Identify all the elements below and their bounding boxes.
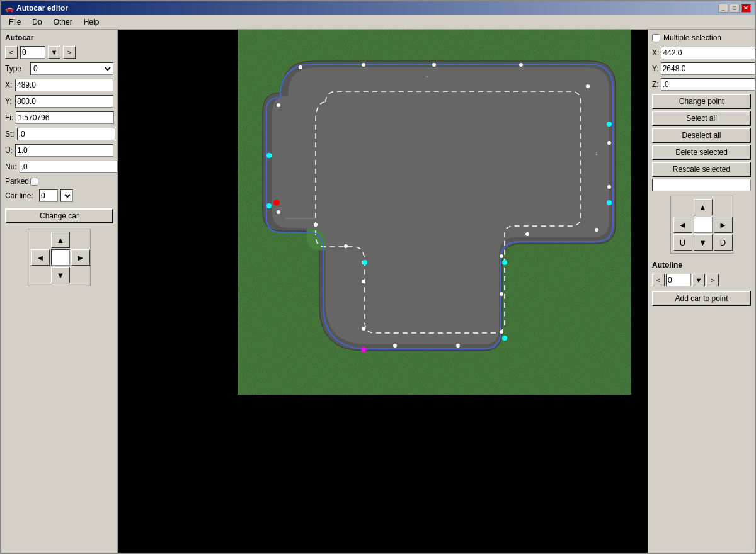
right-z-label: Z: [652,80,659,89]
svg-point-13 [393,344,397,348]
rescale-input[interactable] [652,179,751,191]
right-x-row: X: [652,47,751,59]
right-y-input[interactable] [661,62,755,75]
black-bottom-strip [238,395,631,553]
title-bar: 🚗 Autocar editor _ □ ✕ [1,1,755,15]
pad-empty-tl [31,232,50,248]
menu-help[interactable]: Help [79,16,105,28]
right-x-label: X: [652,48,659,57]
svg-point-32 [273,200,280,206]
svg-point-22 [299,65,302,69]
autocar-nav-row: < ▼ > [5,46,113,59]
type-select[interactable]: 0 [30,62,113,75]
autoline-row: < ▼ > [652,274,751,286]
maximize-button[interactable]: □ [730,4,740,13]
pad-up-button[interactable]: ▲ [51,232,70,248]
title-bar-left: 🚗 Autocar editor [5,4,68,13]
title-bar-buttons: _ □ ✕ [718,4,751,13]
svg-point-25 [607,122,612,127]
change-car-button[interactable]: Change car [5,208,113,223]
autocar-next-button[interactable]: > [63,46,76,59]
change-point-button[interactable]: Change point [652,94,751,109]
pad-empty-tr [71,232,90,248]
svg-point-21 [277,103,280,107]
svg-point-31 [266,203,272,208]
svg-point-23 [362,63,365,67]
rpad-d-button[interactable]: D [714,234,733,251]
type-label: Type [5,64,28,73]
x-row: X: [5,79,113,91]
autocar-dropdown-button[interactable]: ▼ [48,46,60,59]
autoline-prev-button[interactable]: < [652,274,665,286]
svg-point-12 [456,344,460,348]
right-z-row: Z: [652,78,751,91]
carline-row: Car line: ▼ [5,189,113,202]
nu-row: Nu: [5,161,113,173]
autoline-dropdown-button[interactable]: ▼ [692,274,705,286]
rpad-center [694,217,713,233]
carline-input[interactable] [39,189,58,202]
x-input[interactable] [15,79,113,91]
rpad-right-button[interactable]: ► [714,217,733,233]
pad-left-button[interactable]: ◄ [31,249,50,266]
parked-checkbox[interactable] [30,178,38,186]
pad-right-button[interactable]: ► [71,249,90,266]
svg-point-5 [607,141,611,145]
svg-point-3 [519,63,523,67]
st-label: St: [5,130,14,138]
track-svg: → ↓ [238,30,631,395]
autoline-next-button[interactable]: > [706,274,719,286]
select-all-button[interactable]: Select all [652,111,751,126]
parked-row: Parked: [5,177,113,186]
left-panel: Autocar < ▼ > Type 0 X: Y [1,30,118,553]
rescale-selected-button[interactable]: Rescale selected [652,162,751,177]
pad-empty-br [71,267,90,283]
close-button[interactable]: ✕ [741,4,751,13]
deselect-all-button[interactable]: Deselect all [652,128,751,143]
main-window: 🚗 Autocar editor _ □ ✕ File Do Other Hel… [0,0,756,554]
right-panel: Multiple selection X: Y: Z: Change point… [648,30,755,553]
nu-input[interactable] [20,161,118,173]
st-row: St: [5,128,113,140]
u-input[interactable] [15,144,113,157]
pad-down-button[interactable]: ▼ [51,267,70,283]
svg-point-19 [277,210,280,214]
menu-bar: File Do Other Help [1,15,755,30]
menu-other[interactable]: Other [49,16,77,28]
track-canvas[interactable]: → ↓ [238,30,631,395]
minimize-button[interactable]: _ [718,4,728,13]
fi-input[interactable] [16,111,114,124]
rpad-left-button[interactable]: ◄ [673,217,692,233]
y-label: Y: [5,97,13,106]
rpad-up-button[interactable]: ▲ [694,199,713,215]
svg-text:→: → [423,73,430,80]
st-input[interactable] [17,128,115,140]
svg-point-26 [607,200,612,205]
autocar-value-input[interactable] [20,46,45,59]
svg-point-33 [361,347,366,352]
rpad-down-button[interactable]: ▼ [694,234,713,251]
svg-point-11 [500,330,503,334]
pad-center [51,249,70,266]
autoline-value-input[interactable] [666,274,691,286]
x-label: X: [5,81,13,89]
right-x-input[interactable] [661,47,755,59]
multiple-selection-checkbox[interactable] [652,34,660,42]
carline-select[interactable]: ▼ [60,189,73,202]
add-car-to-point-button[interactable]: Add car to point [652,291,751,306]
svg-point-18 [314,223,318,227]
delete-selected-button[interactable]: Delete selected [652,145,751,160]
black-left-strip [118,30,238,553]
autocar-prev-button[interactable]: < [5,46,18,59]
svg-text:↓: ↓ [595,150,598,157]
menu-do[interactable]: Do [27,16,47,28]
right-z-input[interactable] [661,78,755,91]
rpad-empty-tl [673,199,692,215]
app-icon: 🚗 [5,4,14,13]
y-row: Y: [5,95,113,108]
svg-point-9 [500,254,503,258]
menu-file[interactable]: File [4,16,26,28]
y-input[interactable] [15,95,113,108]
rpad-u-button[interactable]: U [673,234,692,251]
parked-label: Parked: [5,177,28,186]
